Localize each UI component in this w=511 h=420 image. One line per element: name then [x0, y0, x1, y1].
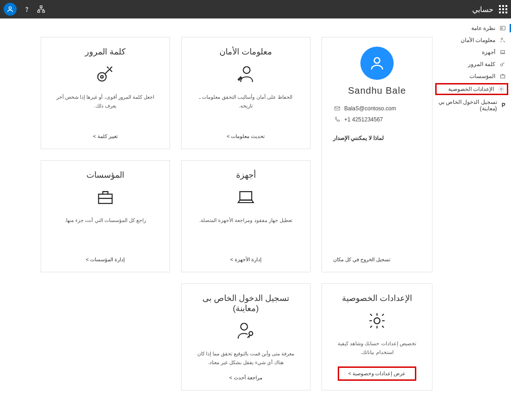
- briefcase-large-icon: [92, 187, 118, 208]
- svg-rect-5: [500, 26, 505, 30]
- svg-point-16: [101, 76, 103, 78]
- card-title: تسجيل الدخول الخاص بى (معاينة): [191, 293, 301, 313]
- svg-point-19: [374, 318, 380, 324]
- sidebar-item-password[interactable]: كلمة المرور: [432, 58, 511, 70]
- profile-email: BalaS@contoso.com: [344, 105, 396, 112]
- key-person-icon: [499, 37, 506, 43]
- svg-rect-10: [500, 75, 505, 78]
- svg-point-9: [500, 64, 503, 66]
- sidebar-label: نظرة عامة: [471, 25, 495, 31]
- view-privacy-link[interactable]: عرض إعدادات وخصوصية >: [338, 366, 417, 381]
- privacy-card: الإعدادات الخصوصية تخصيص إعدادات حسابك و…: [322, 283, 432, 390]
- sidebar-privacy-highlight: الإعدادات الخصوصية: [435, 83, 508, 95]
- card-title: معلومات الأمان: [219, 47, 272, 57]
- svg-rect-17: [240, 192, 252, 200]
- sidebar-label: أجهزة: [482, 49, 495, 55]
- profile-email-row: BalaS@contoso.com: [331, 105, 423, 112]
- profile-card: Sandhu Bale BalaS@contoso.com +1 4251234…: [322, 37, 432, 272]
- manage-orgs-link[interactable]: إدارة المؤسسات >: [86, 257, 125, 263]
- sidebar-label: الإعدادات الخصوصية: [448, 86, 494, 92]
- sitemap-icon[interactable]: [37, 5, 45, 13]
- gear-icon: [498, 86, 505, 92]
- sidebar-item-signins[interactable]: P تسجيل الدخول الخاص بي (معاينة): [432, 96, 511, 114]
- briefcase-icon: [499, 73, 506, 79]
- profile-phone: +1 4251234567: [344, 116, 383, 123]
- svg-point-15: [98, 72, 106, 81]
- manage-devices-link[interactable]: إدارة الأجهزة >: [230, 257, 262, 263]
- devices-card: أجهزة تعطيل جهاز مفقود ومراجعة الأجهزة ا…: [181, 160, 310, 272]
- sidebar-item-security[interactable]: معلومات الأمان: [432, 34, 511, 46]
- card-title: أجهزة: [236, 170, 256, 180]
- sidebar-label: كلمة المرور: [468, 61, 495, 67]
- key-large-icon: [94, 64, 117, 84]
- content-area: Sandhu Bale BalaS@contoso.com +1 4251234…: [0, 18, 432, 420]
- gear-large-icon: [365, 311, 389, 331]
- svg-point-3: [26, 11, 27, 11]
- card-title: الإعدادات الخصوصية: [342, 293, 412, 303]
- svg-point-7: [501, 38, 503, 40]
- sidebar-label: تسجيل الدخول الخاص بي (معاينة): [437, 99, 497, 112]
- card-title: المؤسسات: [86, 170, 124, 180]
- laptop-icon: [499, 49, 506, 55]
- card-title: كلمة المرور: [85, 47, 126, 57]
- card-desc: الحفاظ على أمان وأساليب التحقق معلومات ـ…: [191, 93, 301, 110]
- card-desc: اجعل كلمة المرور أقوى، أو غيرها إذا شخص …: [50, 93, 160, 110]
- sidebar-item-overview[interactable]: نظرة عامة: [432, 22, 511, 34]
- topbar: حسابي: [0, 0, 511, 18]
- svg-rect-1: [38, 11, 40, 12]
- card-desc: معرفة متى وأين قمت بالتوقيع تحقق مما إذا…: [191, 349, 301, 366]
- card-desc: تعطيل جهاز مفقود ومراجعة الأجهزة المتصلة…: [196, 216, 295, 225]
- profile-avatar: [360, 47, 394, 80]
- review-signins-link[interactable]: مراجعة أحدث >: [229, 375, 262, 381]
- signins-card: تسجيل الدخول الخاص بى (معاينة) معرفة متى…: [181, 283, 310, 390]
- profile-phone-row: +1 4251234567: [331, 116, 423, 123]
- id-card-icon: [499, 25, 506, 31]
- sidebar-label: المؤسسات: [469, 73, 495, 79]
- card-desc: تخصيص إعدادات حسابك وشاهد كيفية استخدام …: [331, 339, 423, 356]
- card-desc: راجع كل المؤسسات التي أنت جزء منها.: [62, 216, 148, 225]
- security-card: معلومات الأمان الحفاظ على أمان وأساليب ا…: [181, 37, 310, 149]
- svg-rect-2: [43, 11, 45, 12]
- why-cant-edit-link[interactable]: لماذا لا يمكنني الإصدار: [331, 135, 386, 141]
- mail-icon: [333, 105, 341, 112]
- profile-name: Sandhu Bale: [348, 85, 406, 96]
- security-person-icon: [234, 64, 257, 84]
- svg-point-21: [249, 331, 253, 335]
- update-info-link[interactable]: تحديث معلومات >: [227, 133, 265, 139]
- orgs-card: المؤسسات راجع كل المؤسسات التي أنت جزء م…: [41, 160, 170, 272]
- svg-point-4: [9, 7, 11, 9]
- sidebar-item-privacy[interactable]: الإعدادات الخصوصية: [438, 86, 505, 92]
- change-password-link[interactable]: تغيير كلمة >: [93, 133, 118, 139]
- svg-point-20: [241, 324, 248, 330]
- signout-everywhere-link[interactable]: تسجيل الخروج في كل مكان: [331, 257, 392, 263]
- sidebar: نظرة عامة معلومات الأمان أجهزة كلمة المر…: [432, 18, 511, 420]
- password-card: كلمة المرور اجعل كلمة المرور أقوى، أو غي…: [41, 37, 170, 149]
- account-avatar[interactable]: [4, 3, 17, 16]
- key-icon: [499, 61, 506, 67]
- svg-rect-0: [40, 6, 43, 8]
- sidebar-item-orgs[interactable]: المؤسسات: [432, 70, 511, 82]
- person-icon: [6, 6, 14, 13]
- svg-point-14: [243, 67, 250, 74]
- phone-icon: [333, 116, 341, 123]
- sidebar-item-devices[interactable]: أجهزة: [432, 46, 511, 58]
- svg-point-12: [374, 58, 380, 63]
- app-title: حسابي: [472, 5, 493, 14]
- svg-point-11: [500, 88, 502, 90]
- person-icon: [369, 55, 385, 72]
- svg-rect-8: [501, 51, 505, 53]
- laptop-large-icon: [233, 187, 259, 208]
- svg-rect-13: [335, 107, 340, 110]
- svg-point-6: [501, 27, 502, 28]
- signin-icon: P: [501, 102, 506, 108]
- person-key-icon: [233, 321, 258, 341]
- sidebar-label: معلومات الأمان: [461, 37, 495, 43]
- help-icon[interactable]: [23, 6, 30, 13]
- app-launcher-icon[interactable]: [499, 5, 507, 13]
